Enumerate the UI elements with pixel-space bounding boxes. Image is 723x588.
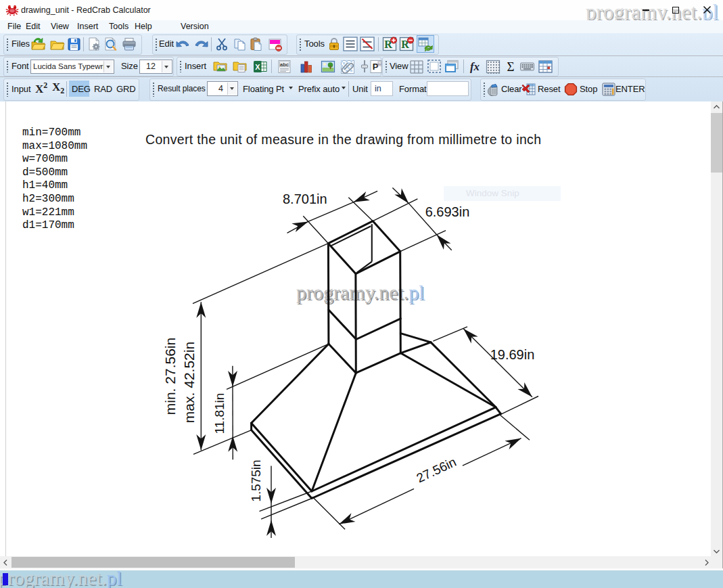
- svg-text:8.701in: 8.701in: [283, 191, 327, 206]
- svg-text:min. 27.56in: min. 27.56in: [162, 338, 178, 415]
- svg-text:11.81in: 11.81in: [212, 393, 227, 434]
- svg-text:27.56in: 27.56in: [415, 455, 459, 486]
- svg-text:19.69in: 19.69in: [490, 347, 535, 362]
- svg-text:max. 42.52in: max. 42.52in: [181, 342, 197, 423]
- svg-text:6.693in: 6.693in: [425, 204, 470, 219]
- svg-text:1.575in: 1.575in: [249, 459, 263, 501]
